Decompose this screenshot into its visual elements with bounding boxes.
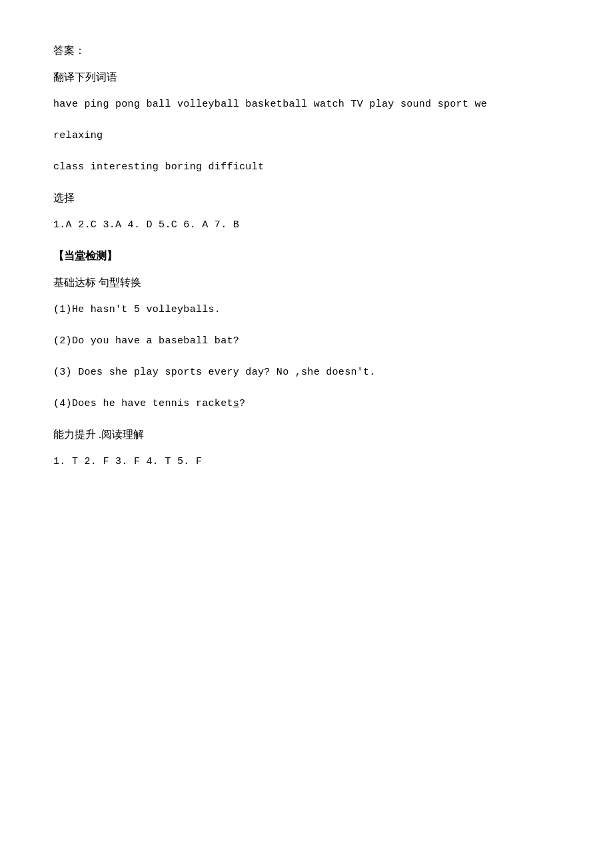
select-label: 选择 (53, 187, 560, 209)
select-label-text: 选择 (53, 192, 75, 203)
word-line2-text: relaxing (53, 130, 103, 141)
translate-text: 翻译下列词语 (53, 71, 117, 83)
detection-label: 【当堂检测】 (53, 245, 560, 267)
page-content: 答案： 翻译下列词语 have ping pong ball volleybal… (53, 40, 560, 473)
word-line2: relaxing (53, 125, 560, 147)
q4-prefix: (4)Does he have tennis racket (53, 398, 233, 409)
tf-answers: 1. T 2. F 3. F 4. T 5. F (53, 451, 560, 473)
q2: (2)Do you have a baseball bat? (53, 330, 560, 352)
answer-text: 答案： (53, 45, 85, 56)
detection-text: 【当堂检测】 (53, 250, 117, 261)
q4: (4)Does he have tennis rackets? (53, 393, 560, 415)
q4-suffix: ? (239, 398, 245, 409)
answer-label: 答案： (53, 40, 560, 61)
tf-answers-text: 1. T 2. F 3. F 4. T 5. F (53, 456, 202, 467)
basic-label-text: 基础达标 句型转换 (53, 277, 141, 288)
q1-text: (1)He hasn't 5 volleyballs. (53, 304, 221, 315)
q4-underline-s: s (233, 398, 239, 409)
word-line1: have ping pong ball volleyball basketbal… (53, 93, 560, 115)
basic-label: 基础达标 句型转换 (53, 272, 560, 293)
q2-text: (2)Do you have a baseball bat? (53, 335, 239, 347)
select-answers: 1.A 2.C 3.A 4. D 5.C 6. A 7. B (53, 214, 560, 236)
ability-label: 能力提升 .阅读理解 (53, 424, 560, 445)
word-line1-text: have ping pong ball volleyball basketbal… (53, 99, 487, 110)
q3: (3) Does she play sports every day? No ,… (53, 361, 560, 383)
ability-label-text: 能力提升 .阅读理解 (53, 429, 144, 440)
word-line3: class interesting boring difficult (53, 156, 560, 178)
q1: (1)He hasn't 5 volleyballs. (53, 299, 560, 321)
q3-text: (3) Does she play sports every day? No ,… (53, 367, 376, 378)
word-line3-text: class interesting boring difficult (53, 161, 264, 173)
select-answers-text: 1.A 2.C 3.A 4. D 5.C 6. A 7. B (53, 219, 239, 231)
translate-label: 翻译下列词语 (53, 67, 560, 88)
